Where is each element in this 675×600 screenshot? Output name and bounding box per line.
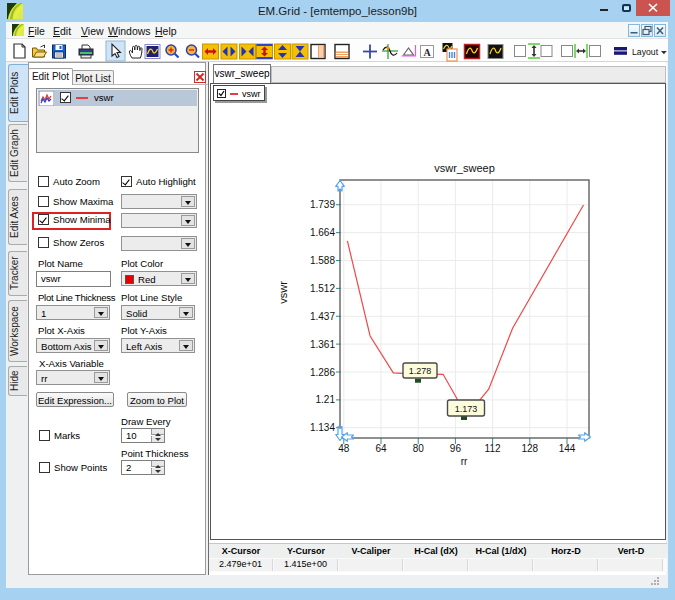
svg-text:1.21: 1.21: [316, 394, 336, 405]
svg-text:1.664: 1.664: [310, 227, 335, 238]
svg-text:1.278: 1.278: [409, 366, 432, 376]
svg-text:112: 112: [485, 443, 501, 454]
svg-text:1.361: 1.361: [310, 339, 335, 350]
svg-text:1.286: 1.286: [310, 367, 335, 378]
svg-text:144: 144: [559, 443, 576, 454]
svg-text:A: A: [423, 47, 431, 58]
svg-text:1.134: 1.134: [310, 422, 335, 433]
svg-text:Layout: Layout: [632, 47, 659, 57]
svg-text:rr: rr: [461, 456, 468, 467]
svg-text:1.173: 1.173: [455, 404, 478, 414]
svg-text:80: 80: [413, 443, 425, 454]
svg-text:64: 64: [375, 443, 387, 454]
svg-text:1.588: 1.588: [310, 255, 335, 266]
svg-text:128: 128: [521, 443, 538, 454]
svg-text:vswr: vswr: [277, 281, 289, 304]
svg-text:vswr_sweep: vswr_sweep: [434, 162, 495, 174]
svg-text:96: 96: [450, 443, 462, 454]
svg-text:1.437: 1.437: [310, 311, 335, 322]
svg-text:1.512: 1.512: [310, 283, 335, 294]
svg-text:1.739: 1.739: [310, 199, 335, 210]
svg-text:48: 48: [338, 443, 350, 454]
